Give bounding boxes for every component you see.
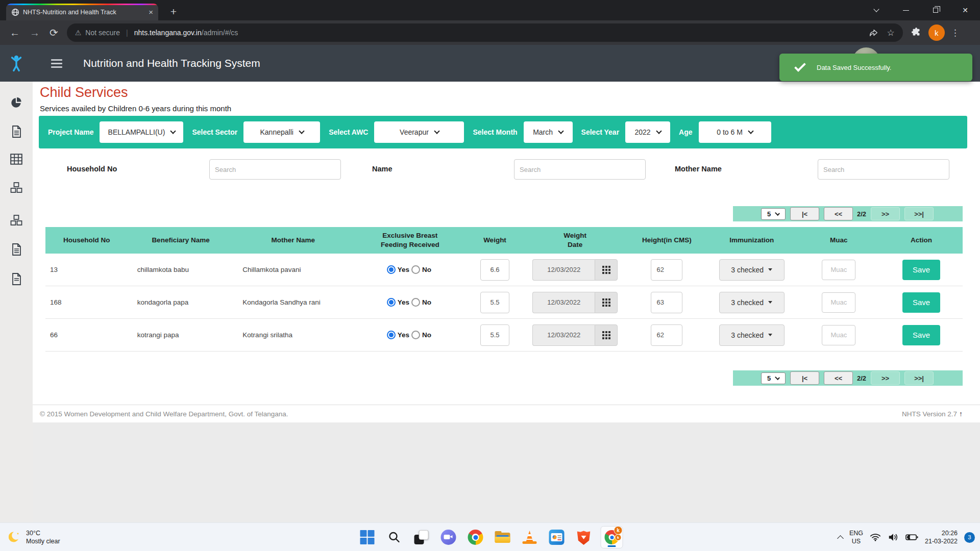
hidden-icons-chevron[interactable] — [837, 535, 844, 542]
sector-select[interactable]: Kannepalli — [243, 121, 320, 143]
bookmark-star-icon[interactable]: ☆ — [887, 28, 895, 38]
restore-button[interactable] — [921, 0, 950, 20]
page-size-select[interactable]: 5 — [761, 372, 786, 384]
extensions-puzzle-icon[interactable] — [911, 27, 922, 38]
awc-select[interactable]: Veerapur — [374, 121, 464, 143]
url-path: /admin/#/cs — [202, 29, 238, 37]
year-select[interactable]: 2022 — [625, 121, 670, 143]
presentation-app-icon[interactable] — [547, 527, 567, 547]
volume-icon[interactable] — [888, 533, 899, 542]
not-secure-label[interactable]: Not secure — [85, 29, 120, 37]
radio-no[interactable] — [411, 298, 420, 307]
hamburger-menu-icon[interactable] — [51, 59, 62, 68]
radio-no[interactable] — [411, 265, 420, 274]
next-page-button[interactable]: >> — [871, 207, 900, 220]
browser-profile-avatar[interactable]: k — [928, 24, 945, 41]
next-page-button[interactable]: >> — [871, 371, 900, 385]
age-select-value: 0 to 6 M — [717, 128, 743, 136]
search-button[interactable] — [384, 527, 405, 547]
forward-button[interactable]: → — [30, 28, 40, 38]
sidebar-item-report[interactable] — [0, 125, 33, 138]
save-button[interactable]: Save — [902, 292, 940, 313]
weight-date-input[interactable] — [532, 292, 595, 313]
task-view-button[interactable] — [411, 527, 432, 547]
chat-app-icon[interactable] — [438, 527, 459, 547]
app-logo-area[interactable] — [0, 45, 33, 82]
browser-menu-icon[interactable]: ⋮ — [951, 28, 960, 38]
age-select[interactable]: 0 to 6 M — [699, 121, 771, 143]
last-page-button[interactable]: >>| — [904, 207, 934, 220]
height-input[interactable] — [651, 292, 682, 313]
prev-page-button[interactable]: << — [824, 371, 853, 385]
name-label: Name — [372, 165, 393, 173]
sidebar-item-services[interactable] — [0, 214, 33, 227]
page-size-select[interactable]: 5 — [761, 208, 786, 220]
muac-input[interactable] — [822, 260, 855, 280]
sidebar-item-records[interactable] — [0, 243, 33, 256]
name-search-input[interactable] — [514, 159, 646, 180]
browser-tab[interactable]: NHTS-Nutrition and Health Track × — [6, 4, 158, 20]
calendar-button[interactable] — [595, 292, 618, 313]
tab-close-icon[interactable]: × — [149, 8, 153, 16]
immunization-dropdown[interactable]: 3 checked — [719, 324, 785, 346]
weight-date-input[interactable] — [532, 324, 595, 346]
minimize-button[interactable] — [891, 0, 921, 20]
tab-search-button[interactable] — [862, 0, 891, 20]
weight-input[interactable] — [480, 292, 509, 313]
weather-widget[interactable]: 30°C Mostly clear — [7, 523, 60, 551]
radio-yes[interactable] — [387, 265, 396, 274]
start-button[interactable] — [357, 527, 378, 547]
weight-input[interactable] — [480, 324, 509, 346]
last-page-button[interactable]: >>| — [904, 371, 934, 385]
battery-saver-icon[interactable] — [905, 533, 918, 541]
project-select[interactable]: BELLAMPALLI(U) — [100, 121, 183, 143]
radio-no[interactable] — [411, 331, 420, 339]
url-text[interactable]: nhts.telangana.gov.in/admin/#/cs — [134, 29, 861, 37]
sidebar-item-forms[interactable] — [0, 272, 33, 286]
calendar-button[interactable] — [595, 324, 618, 346]
main-content: Child Services Services availed by Child… — [33, 82, 980, 522]
sidebar-item-table[interactable] — [0, 153, 33, 165]
muac-cell — [797, 292, 880, 313]
weight-input[interactable] — [480, 259, 509, 281]
save-button[interactable]: Save — [902, 325, 940, 345]
weight-date-input[interactable] — [532, 259, 595, 281]
action-cell: Save — [880, 260, 963, 280]
vlc-app-icon[interactable] — [520, 527, 540, 547]
first-page-button[interactable]: |< — [790, 207, 819, 220]
brave-app-icon[interactable] — [574, 527, 594, 547]
height-input[interactable] — [651, 324, 682, 346]
radio-yes[interactable] — [387, 331, 396, 339]
prev-page-button[interactable]: << — [824, 207, 853, 220]
save-button[interactable]: Save — [902, 260, 940, 280]
chrome-active-app[interactable]: k k — [601, 526, 623, 548]
sidebar-item-dashboard[interactable] — [0, 96, 33, 109]
back-button[interactable]: ← — [10, 28, 20, 38]
month-select[interactable]: March — [524, 121, 573, 143]
share-icon[interactable] — [869, 28, 879, 37]
scroll-to-top-icon[interactable]: ↑ — [959, 410, 963, 418]
mother-name-search-input[interactable] — [818, 159, 949, 180]
notification-badge[interactable]: 3 — [964, 532, 975, 543]
reload-button[interactable]: ⟳ — [50, 28, 58, 38]
address-bar[interactable]: ⚠ Not secure | nhts.telangana.gov.in/adm… — [67, 23, 903, 42]
radio-yes[interactable] — [387, 298, 396, 307]
immunization-dropdown[interactable]: 3 checked — [719, 292, 785, 313]
file-explorer-icon[interactable] — [493, 527, 513, 547]
muac-input[interactable] — [822, 325, 855, 345]
close-button[interactable]: ✕ — [950, 0, 980, 20]
muac-input[interactable] — [822, 292, 855, 313]
radio-no-label: No — [422, 266, 431, 273]
clock-widget[interactable]: 20:26 21-03-2022 — [925, 529, 958, 546]
height-input[interactable] — [651, 259, 682, 281]
wifi-icon[interactable] — [870, 533, 881, 542]
app-footer: © 2015 Women Development and Child Welfa… — [33, 405, 980, 422]
first-page-button[interactable]: |< — [790, 371, 819, 385]
language-indicator[interactable]: ENG US — [849, 529, 863, 546]
immunization-dropdown[interactable]: 3 checked — [719, 259, 785, 281]
new-tab-button[interactable]: + — [166, 5, 181, 19]
household-no-search-input[interactable] — [209, 159, 341, 180]
calendar-button[interactable] — [595, 259, 618, 281]
chrome-app-icon[interactable] — [465, 527, 486, 547]
sidebar-item-modules[interactable] — [0, 182, 33, 194]
